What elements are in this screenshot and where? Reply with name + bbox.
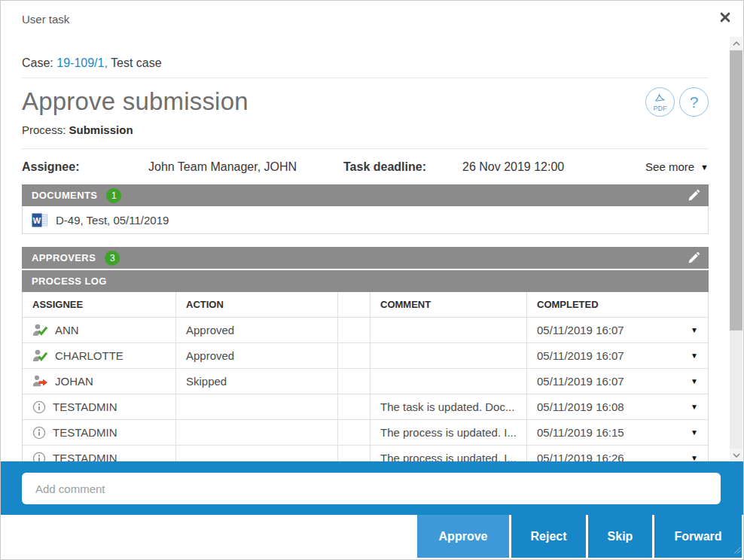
empty-cell (338, 318, 370, 342)
user-check-icon (32, 324, 48, 336)
approvers-section-title: APPROVERS (32, 252, 96, 263)
expand-row-icon[interactable]: ▼ (691, 377, 698, 385)
divider (22, 78, 709, 78)
resize-grip-icon[interactable] (734, 543, 741, 557)
add-comment-input[interactable] (22, 473, 721, 504)
svg-text:W: W (33, 215, 41, 224)
deadline-label: Task deadline: (343, 160, 462, 174)
process-log-section-title: PROCESS LOG (32, 275, 107, 287)
column-header-comment: COMMENT (370, 292, 527, 317)
documents-section-title: DOCUMENTS (32, 190, 97, 201)
word-file-icon: W (32, 213, 48, 227)
column-header-assignee: ASSIGNEE (23, 292, 176, 317)
process-line: Process: Submission (22, 122, 709, 138)
approve-button[interactable]: Approve (417, 515, 509, 558)
see-more-label: See more (645, 160, 694, 173)
documents-count-badge: 1 (106, 188, 121, 203)
pdf-button-label: PDF (654, 105, 667, 112)
action-cell: Approved (176, 343, 338, 368)
column-header-action: ACTION (176, 292, 338, 317)
task-meta-row: Assignee: John Team Manager, JOHN Task d… (22, 149, 709, 184)
column-header-empty (338, 292, 370, 317)
dialog-title: User task (1, 1, 743, 27)
documents-list: W D-49, Test, 05/11/2019 (22, 206, 709, 234)
action-cell: Approved (176, 318, 338, 342)
case-number-link[interactable]: 19-109/1, (56, 56, 108, 69)
assignee-name: TESTADMIN (53, 426, 117, 439)
comment-cell: The process is updated. I... (370, 420, 527, 445)
info-icon (32, 400, 46, 414)
completed-date: 05/11/2019 16:07 (537, 375, 624, 388)
scroll-down-icon[interactable] (730, 449, 742, 461)
assignee-value: John Team Manager, JOHN (148, 160, 343, 174)
assignee-label: Assignee: (22, 160, 148, 174)
forward-button[interactable]: Forward (654, 515, 742, 558)
empty-cell (338, 369, 370, 394)
reject-button[interactable]: Reject (511, 515, 586, 558)
assignee-name: JOHAN (55, 375, 93, 388)
process-label: Process: (22, 123, 66, 136)
user-task-dialog: User task Case: 19-109/1, Test case Appr… (0, 0, 744, 560)
approvers-count-badge: 3 (105, 251, 120, 266)
case-line: Case: 19-109/1, Test case (22, 55, 709, 72)
table-header-row: ASSIGNEE ACTION COMMENT COMPLETED (23, 292, 708, 318)
process-name: Submission (69, 123, 133, 136)
process-log-row[interactable]: TESTADMIN The process is updated. I... 0… (23, 420, 708, 446)
process-log-row[interactable]: JOHAN Skipped 05/11/2019 16:07 ▼ (23, 369, 708, 394)
expand-row-icon[interactable]: ▼ (691, 352, 698, 360)
comment-bar (1, 461, 743, 515)
see-more-toggle[interactable]: See more ▼ (645, 160, 709, 173)
empty-cell (338, 420, 370, 445)
process-log-row[interactable]: CHARLOTTE Approved 05/11/2019 16:07 ▼ (23, 343, 708, 369)
completed-date: 05/11/2019 16:07 (537, 349, 624, 362)
help-button[interactable]: ? (679, 87, 709, 117)
footer-action-bar: ApproveRejectSkipForward (1, 515, 743, 559)
user-skip-icon (32, 375, 48, 388)
process-log-section-header: PROCESS LOG (22, 270, 709, 292)
case-name: Test case (111, 56, 162, 69)
assignee-name: CHARLOTTE (55, 349, 123, 362)
column-header-completed: COMPLETED (527, 292, 708, 317)
info-icon (32, 426, 46, 440)
assignee-name: TESTADMIN (53, 400, 117, 413)
empty-cell (338, 343, 370, 368)
empty-cell (338, 394, 370, 419)
export-pdf-button[interactable]: PDF (645, 87, 675, 117)
assignee-name: ANN (55, 324, 79, 336)
comment-cell (370, 369, 527, 394)
action-cell: Skipped (176, 369, 338, 394)
action-cell (176, 394, 338, 419)
case-label: Case: (22, 56, 53, 69)
pdf-icon (654, 91, 666, 105)
action-cell (176, 420, 338, 445)
completed-date: 05/11/2019 16:15 (537, 426, 624, 439)
comment-cell: The task is updated. Doc... (370, 394, 527, 419)
scroll-up-icon[interactable] (730, 37, 742, 50)
process-log-row[interactable]: ANN Approved 05/11/2019 16:07 ▼ (23, 318, 708, 343)
close-icon[interactable] (720, 12, 732, 24)
documents-section-header: DOCUMENTS 1 (22, 184, 709, 206)
comment-cell (370, 343, 527, 368)
deadline-value: 26 Nov 2019 12:00 (462, 160, 564, 174)
expand-row-icon[interactable]: ▼ (691, 326, 698, 334)
expand-row-icon[interactable]: ▼ (691, 403, 698, 411)
scrollbar-thumb[interactable] (730, 50, 742, 330)
completed-date: 05/11/2019 16:08 (537, 400, 624, 413)
process-log-table: ASSIGNEE ACTION COMMENT COMPLETED ANN Ap… (22, 292, 709, 471)
approvers-section-header: APPROVERS 3 (22, 247, 709, 269)
comment-cell (370, 318, 527, 342)
vertical-scrollbar[interactable] (730, 37, 742, 461)
chevron-down-icon: ▼ (700, 163, 709, 172)
edit-approvers-icon[interactable] (688, 252, 700, 264)
help-icon: ? (690, 94, 699, 110)
process-log-row[interactable]: TESTADMIN The task is updated. Doc... 05… (23, 394, 708, 420)
document-list-item[interactable]: W D-49, Test, 05/11/2019 (22, 206, 709, 234)
expand-row-icon[interactable]: ▼ (691, 428, 698, 437)
document-name: D-49, Test, 05/11/2019 (56, 214, 169, 227)
user-check-icon (32, 349, 48, 362)
page-title: Approve submission (22, 87, 249, 116)
skip-button[interactable]: Skip (588, 515, 652, 558)
edit-documents-icon[interactable] (688, 190, 700, 202)
completed-date: 05/11/2019 16:07 (537, 324, 624, 336)
